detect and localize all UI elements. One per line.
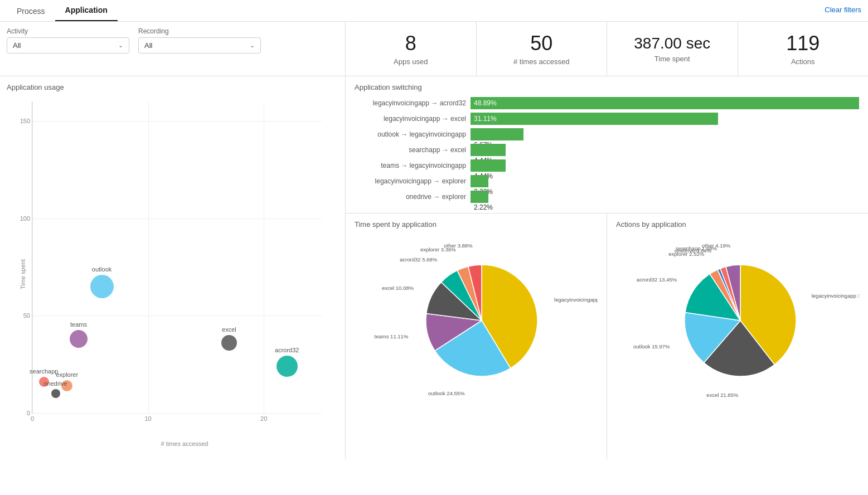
bar-track: 4.44% xyxy=(471,159,859,172)
stat-apps-used: 8 Apps used xyxy=(346,22,477,76)
bar-fill xyxy=(471,175,488,187)
time-by-app-title: Time spent by application xyxy=(355,220,598,229)
recording-label: Recording xyxy=(138,27,261,35)
clear-filters-button[interactable]: Clear filters xyxy=(825,6,861,14)
bubble-label-explorer: explorer xyxy=(56,371,78,378)
pie-label-acrord32: acrord32 5.68% xyxy=(400,256,438,263)
scatter-x-label: # times accessed xyxy=(161,440,208,447)
activity-label: Activity xyxy=(7,27,129,35)
filters-area: Activity All ⌄ Recording All ⌄ xyxy=(0,22,346,76)
switching-bar-row: onedrive → explorer 2.22% xyxy=(355,191,859,203)
actions-pie-wrapper: legacyinvoicingapp 39.5%excel 21.85%outl… xyxy=(616,234,859,401)
tab-process[interactable]: Process xyxy=(7,1,55,21)
bar-label: legacyinvoicingapp → explorer xyxy=(355,177,466,185)
bubble-label-acrord32: acrord32 xyxy=(275,347,299,353)
bubble-outlook xyxy=(90,275,114,298)
actions-value: 119 xyxy=(786,32,819,55)
actions-by-app-section: Actions by application legacyinvoicingap… xyxy=(607,213,868,459)
stat-times-accessed: 50 # times accessed xyxy=(477,22,608,76)
pie-label-outlook: outlook 24.55% xyxy=(428,390,465,396)
switching-bars: legacyinvoicingapp → acrord32 48.89% leg… xyxy=(355,97,859,203)
pie-label-legacyinvoicingapp: legacyinvoicingapp 39.5% xyxy=(812,293,859,299)
bubble-label-excel: excel xyxy=(222,326,236,333)
bar-fill: 48.89% xyxy=(471,97,859,109)
recording-filter: Recording All ⌄ xyxy=(138,27,261,70)
activity-select[interactable]: All ⌄ xyxy=(7,37,129,54)
bar-label: legacyinvoicingapp → acrord32 xyxy=(355,99,466,107)
bar-track: 6.67% xyxy=(471,128,859,140)
main-content: Application usage Time spent 05010015001… xyxy=(0,76,868,459)
bubble-teams xyxy=(70,330,88,348)
scatter-plot-area: 05010015001020legacyinvoicingappoutlookt… xyxy=(32,101,322,414)
app-switching-section: Application switching legacyinvoicingapp… xyxy=(346,76,868,213)
tab-bar: Process Application Clear filters xyxy=(0,0,868,22)
switching-bar-row: legacyinvoicingapp → explorer 2.22% xyxy=(355,175,859,187)
bar-fill xyxy=(471,159,506,172)
bar-label: onedrive → explorer xyxy=(355,193,466,201)
scatter-title: Application usage xyxy=(7,83,338,91)
bar-label: legacyinvoicingapp → excel xyxy=(355,115,466,123)
app-switching-title: Application switching xyxy=(355,83,859,91)
bubble-excel xyxy=(221,335,237,351)
actions-label: Actions xyxy=(791,57,815,66)
bar-pct: 48.89% xyxy=(471,99,497,107)
switching-bar-row: teams → legacyinvoicingapp 4.44% xyxy=(355,159,859,172)
bar-fill xyxy=(471,144,506,156)
bubble-label-teams: teams xyxy=(70,321,87,328)
recording-chevron-icon: ⌄ xyxy=(250,42,255,49)
bar-track: 2.22% xyxy=(471,175,859,187)
stats-row: 8 Apps used 50 # times accessed 387.00 s… xyxy=(346,22,868,76)
pie-label-teams: teams 11.11% xyxy=(375,333,409,339)
bar-fill xyxy=(471,191,488,203)
pie-label-other: other 3.88% xyxy=(444,242,473,249)
bubble-label-outlook: outlook xyxy=(92,266,111,273)
switching-bar-row: searchapp → excel 4.44% xyxy=(355,144,859,156)
scatter-chart: Time spent 05010015001020legacyinvoicing… xyxy=(7,96,330,453)
bar-label: outlook → legacyinvoicingapp xyxy=(355,130,466,138)
scatter-y-label: Time spent xyxy=(20,259,26,289)
switching-bar-row: outlook → legacyinvoicingapp 6.67% xyxy=(355,128,859,140)
bar-track: 48.89% xyxy=(471,97,859,109)
bar-label: searchapp → excel xyxy=(355,146,466,154)
bar-fill xyxy=(471,128,523,140)
stat-time-spent: 387.00 sec Time spent xyxy=(607,22,738,76)
left-panel: Application usage Time spent 05010015001… xyxy=(0,76,346,459)
tab-application[interactable]: Application xyxy=(55,0,118,21)
bar-track: 31.11% xyxy=(471,113,859,125)
bar-track: 2.22% xyxy=(471,191,859,203)
recording-select[interactable]: All ⌄ xyxy=(138,37,261,54)
bubble-label-onedrive: onedrive xyxy=(43,380,67,387)
bar-pct: 31.11% xyxy=(471,115,497,123)
time-by-app-section: Time spent by application legacyinvoicin… xyxy=(346,213,607,459)
times-accessed-value: 50 xyxy=(530,32,552,55)
time-spent-value: 387.00 sec xyxy=(634,35,710,52)
bar-fill: 31.11% xyxy=(471,113,718,125)
activity-filter: Activity All ⌄ xyxy=(7,27,129,70)
apps-used-label: Apps used xyxy=(394,57,428,66)
time-spent-label: Time spent xyxy=(654,55,690,63)
bar-track: 4.44% xyxy=(471,144,859,156)
pie-label-legacyinvoicingapp: legacyinvoicingapp 41.34% xyxy=(554,297,598,303)
switching-bar-row: legacyinvoicingapp → acrord32 48.89% xyxy=(355,97,859,109)
actions-pie-chart: legacyinvoicingapp 39.5%excel 21.85%outl… xyxy=(616,234,859,401)
apps-used-value: 8 xyxy=(405,32,416,55)
bubble-label-searchapp: searchapp xyxy=(30,368,58,375)
pie-label-acrord32: acrord32 13.45% xyxy=(637,276,677,283)
pie-label-other: other 4.19% xyxy=(702,242,731,249)
activity-chevron-icon: ⌄ xyxy=(118,42,123,49)
bar-label: teams → legacyinvoicingapp xyxy=(355,162,466,169)
bottom-charts: Time spent by application legacyinvoicin… xyxy=(346,213,868,459)
times-accessed-label: # times accessed xyxy=(513,57,569,66)
pie-label-outlook: outlook 15.97% xyxy=(633,343,670,350)
bubble-acrord32 xyxy=(277,356,298,377)
time-pie-chart: legacyinvoicingapp 41.34%outlook 24.55%t… xyxy=(355,234,598,401)
pie-label-excel: excel 10.08% xyxy=(382,285,414,291)
bar-pct-outside: 2.22% xyxy=(471,203,493,211)
right-panel: Application switching legacyinvoicingapp… xyxy=(346,76,868,459)
stat-actions: 119 Actions xyxy=(738,22,869,76)
switching-bar-row: legacyinvoicingapp → excel 31.11% xyxy=(355,113,859,125)
time-pie-wrapper: legacyinvoicingapp 41.34%outlook 24.55%t… xyxy=(355,234,598,401)
actions-by-app-title: Actions by application xyxy=(616,220,859,229)
pie-label-excel: excel 21.85% xyxy=(706,392,739,398)
bubble-onedrive xyxy=(51,389,60,398)
